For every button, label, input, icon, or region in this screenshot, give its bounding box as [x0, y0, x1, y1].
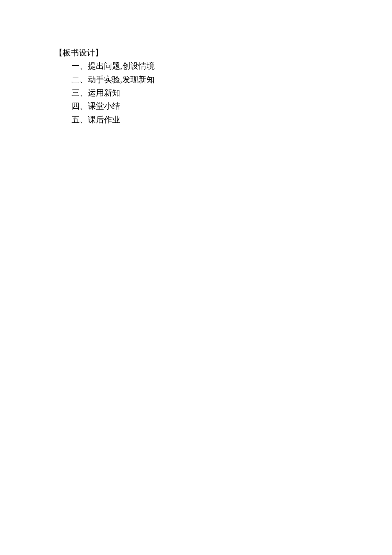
list-item: 一、提出问题,创设情境 — [55, 59, 392, 73]
list-item: 四、课堂小结 — [55, 99, 392, 113]
section-heading: 【板书设计】 — [55, 46, 392, 59]
list-item: 三、运用新知 — [55, 86, 392, 99]
list-item: 五、课后作业 — [55, 113, 392, 126]
list-item: 二、动手实验,发现新知 — [55, 73, 392, 86]
